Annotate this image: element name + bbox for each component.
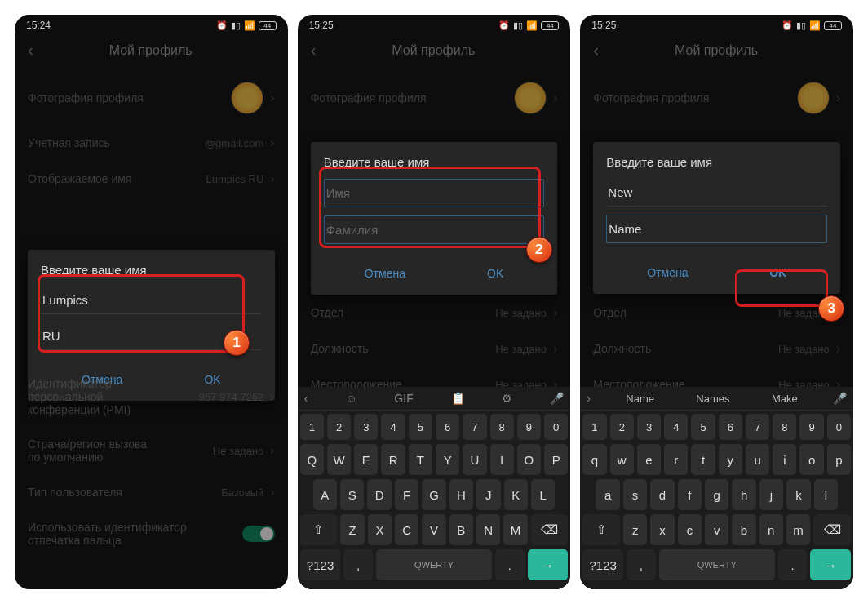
key-c[interactable]: c (678, 514, 702, 545)
key-j[interactable]: J (476, 479, 500, 510)
key-v[interactable]: v (705, 514, 728, 545)
key-y[interactable]: Y (436, 444, 459, 475)
key-3[interactable]: 3 (637, 414, 661, 440)
key-o[interactable]: O (517, 444, 541, 475)
kb-suggestion[interactable]: Names (689, 393, 736, 405)
key-t[interactable]: t (691, 444, 715, 475)
row-user-type[interactable]: Тип пользователя Базовый› (15, 474, 288, 510)
key-f[interactable]: F (395, 479, 418, 510)
kb-gif-icon[interactable]: GIF (394, 392, 413, 405)
key-n[interactable]: n (760, 514, 783, 545)
row-region[interactable]: Страна/регион вызова по умолчанию Не зад… (15, 427, 288, 474)
backspace-key[interactable]: ⌫ (813, 514, 851, 545)
shift-key[interactable]: ⇧ (300, 514, 338, 545)
key-6[interactable]: 6 (436, 414, 459, 440)
row-display-name[interactable]: Отображаемое имя Lumpics RU› (15, 161, 288, 197)
key-h[interactable]: h (732, 479, 755, 510)
key-h[interactable]: H (450, 479, 473, 510)
key-g[interactable]: G (422, 479, 445, 510)
row-pmi[interactable]: Идентификатор персональной конференции (… (15, 366, 288, 427)
key-m[interactable]: m (786, 514, 810, 545)
kb-mic-icon[interactable]: 🎤 (833, 392, 847, 405)
period-key[interactable]: . (495, 549, 525, 580)
kb-suggestion[interactable]: Name (619, 393, 661, 405)
key-z[interactable]: z (623, 514, 647, 545)
kb-mic-icon[interactable]: 🎤 (550, 392, 564, 405)
key-2[interactable]: 2 (610, 414, 634, 440)
key-a[interactable]: A (313, 479, 337, 510)
key-1[interactable]: 1 (582, 414, 606, 440)
key-i[interactable]: i (773, 444, 796, 475)
keyboard[interactable]: › Name Names Make 🎤 1234567890 qwertyuio… (580, 387, 853, 589)
key-q[interactable]: Q (300, 444, 324, 475)
period-key[interactable]: . (778, 549, 808, 580)
key-w[interactable]: w (610, 444, 634, 475)
row-dept[interactable]: Отдел Не задано› (580, 295, 853, 331)
key-p[interactable]: P (544, 444, 568, 475)
space-key[interactable]: QWERTY (376, 549, 492, 580)
key-l[interactable]: L (531, 479, 555, 510)
row-dept[interactable]: Отдел Не задано› (298, 295, 571, 331)
key-d[interactable]: D (367, 479, 391, 510)
key-d[interactable]: d (650, 479, 674, 510)
first-name-input[interactable] (606, 179, 827, 207)
key-i[interactable]: I (490, 444, 514, 475)
key-e[interactable]: E (354, 444, 378, 475)
kb-suggestion[interactable]: Make (765, 393, 804, 405)
kb-clipboard-icon[interactable]: 📋 (451, 392, 465, 405)
key-x[interactable]: X (368, 514, 392, 545)
cancel-button[interactable]: Отмена (348, 259, 422, 288)
key-9[interactable]: 9 (799, 414, 823, 440)
key-s[interactable]: s (623, 479, 647, 510)
key-3[interactable]: 3 (354, 414, 378, 440)
key-j[interactable]: j (760, 479, 783, 510)
key-0[interactable]: 0 (827, 414, 851, 440)
key-g[interactable]: g (705, 479, 728, 510)
comma-key[interactable]: , (627, 549, 656, 580)
key-f[interactable]: f (678, 479, 702, 510)
key-c[interactable]: C (395, 514, 418, 545)
key-y[interactable]: y (719, 444, 742, 475)
key-m[interactable]: M (503, 514, 527, 545)
enter-key[interactable]: → (810, 549, 851, 580)
key-5[interactable]: 5 (409, 414, 432, 440)
key-4[interactable]: 4 (381, 414, 405, 440)
key-2[interactable]: 2 (327, 414, 351, 440)
key-w[interactable]: W (327, 444, 351, 475)
key-s[interactable]: S (340, 479, 364, 510)
ok-button[interactable]: OK (471, 259, 520, 288)
comma-key[interactable]: , (343, 549, 373, 580)
key-n[interactable]: N (476, 514, 500, 545)
symbols-key[interactable]: ?123 (300, 549, 341, 580)
key-v[interactable]: V (422, 514, 445, 545)
key-r[interactable]: R (381, 444, 405, 475)
first-name-input[interactable] (324, 179, 545, 207)
kb-collapse-icon[interactable]: ‹ (304, 392, 308, 405)
kb-settings-icon[interactable]: ⚙ (502, 392, 512, 405)
key-7[interactable]: 7 (746, 414, 769, 440)
key-l[interactable]: l (814, 479, 838, 510)
last-name-input[interactable] (606, 215, 827, 243)
space-key[interactable]: QWERTY (659, 549, 775, 580)
key-1[interactable]: 1 (300, 414, 324, 440)
row-account[interactable]: Учетная запись @gmail.com› (15, 125, 288, 161)
fingerprint-toggle[interactable] (242, 526, 275, 542)
row-role[interactable]: Должность Не задано› (298, 331, 571, 366)
enter-key[interactable]: → (528, 549, 569, 580)
key-q[interactable]: q (582, 444, 606, 475)
row-profile-photo[interactable]: Фотография профиля › (580, 71, 853, 125)
key-b[interactable]: b (732, 514, 755, 545)
key-x[interactable]: x (650, 514, 674, 545)
key-k[interactable]: k (786, 479, 810, 510)
last-name-input[interactable] (324, 215, 545, 244)
key-u[interactable]: u (746, 444, 769, 475)
key-k[interactable]: K (504, 479, 528, 510)
row-role[interactable]: Должность Не задано› (580, 331, 853, 366)
key-z[interactable]: Z (340, 514, 364, 545)
ok-button[interactable]: OK (753, 258, 803, 287)
key-9[interactable]: 9 (517, 414, 541, 440)
row-profile-photo[interactable]: Фотография профиля › (298, 71, 571, 125)
shift-key[interactable]: ⇧ (582, 514, 620, 545)
key-r[interactable]: r (664, 444, 688, 475)
key-t[interactable]: T (409, 444, 432, 475)
